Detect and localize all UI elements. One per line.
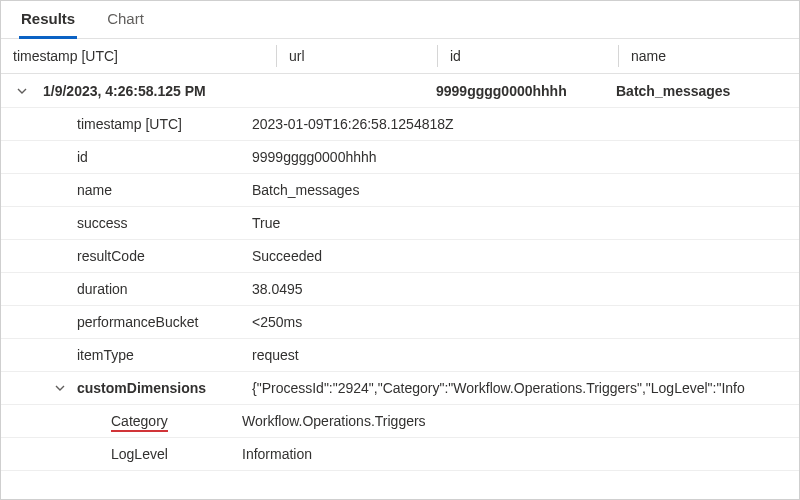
subdetail-key: Category [111,413,242,429]
subdetail-value: Information [242,446,799,462]
detail-value: request [252,347,799,363]
result-row[interactable]: 1/9/2023, 4:26:58.125 PM 9999gggg0000hhh… [1,74,799,108]
column-header-row: timestamp [UTC] url id name [1,39,799,74]
subdetail-row-loglevel: LogLevel Information [1,438,799,471]
tab-chart[interactable]: Chart [105,10,146,39]
detail-row-name: name Batch_messages [1,174,799,207]
detail-key: success [77,215,252,231]
row-id: 9999gggg0000hhhh [436,83,616,99]
detail-value: True [252,215,799,231]
column-header-name[interactable]: name [619,48,799,64]
chevron-down-icon[interactable] [54,382,66,394]
subdetail-value: Workflow.Operations.Triggers [242,413,799,429]
detail-row-duration: duration 38.0495 [1,273,799,306]
detail-row-id: id 9999gggg0000hhhh [1,141,799,174]
detail-row-performancebucket: performanceBucket <250ms [1,306,799,339]
column-header-timestamp[interactable]: timestamp [UTC] [1,48,276,64]
column-header-id[interactable]: id [438,48,618,64]
detail-key: performanceBucket [77,314,252,330]
subdetail-key: LogLevel [111,446,242,462]
detail-row-resultcode: resultCode Succeeded [1,240,799,273]
detail-value: Batch_messages [252,182,799,198]
detail-row-success: success True [1,207,799,240]
detail-row-itemtype: itemType request [1,339,799,372]
detail-key: resultCode [77,248,252,264]
detail-value: {"ProcessId":"2924","Category":"Workflow… [252,380,799,396]
detail-key: duration [77,281,252,297]
detail-value: Succeeded [252,248,799,264]
detail-key: timestamp [UTC] [77,116,252,132]
detail-row-timestamp: timestamp [UTC] 2023-01-09T16:26:58.1254… [1,108,799,141]
tabs: Results Chart [1,1,799,39]
detail-key: itemType [77,347,252,363]
category-highlight: Category [111,413,168,432]
detail-value: 9999gggg0000hhhh [252,149,799,165]
detail-value: <250ms [252,314,799,330]
detail-key: customDimensions [77,380,252,396]
detail-key: id [77,149,252,165]
subdetail-row-category: Category Workflow.Operations.Triggers [1,405,799,438]
detail-row-customdimensions[interactable]: customDimensions {"ProcessId":"2924","Ca… [1,372,799,405]
column-header-url[interactable]: url [277,48,437,64]
row-timestamp: 1/9/2023, 4:26:58.125 PM [43,83,276,99]
detail-key: name [77,182,252,198]
detail-value: 2023-01-09T16:26:58.1254818Z [252,116,799,132]
chevron-down-icon[interactable] [16,85,28,97]
row-name: Batch_messages [616,83,799,99]
detail-value: 38.0495 [252,281,799,297]
tab-results[interactable]: Results [19,10,77,39]
